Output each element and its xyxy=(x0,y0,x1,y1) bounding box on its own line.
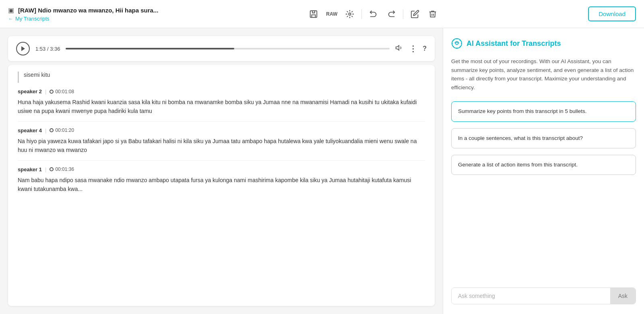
transcript-segment-3: speaker 1 | 00:01:36 Nam babu hapa ndipo… xyxy=(18,161,425,199)
toolbar-divider-1 xyxy=(361,9,362,19)
segment-text-2: Na hiyo pia yaweza kuwa tafakari japo si… xyxy=(18,137,425,155)
svg-marker-2 xyxy=(21,46,25,51)
header: ▣ [RAW] Ndio mwanzo wa mwanzo, Hii hapa … xyxy=(0,0,644,28)
speaker-name-1: speaker 2 xyxy=(18,88,42,94)
timestamp-3[interactable]: 00:01:36 xyxy=(50,166,74,172)
play-button[interactable] xyxy=(16,42,30,55)
progress-fill xyxy=(66,48,234,49)
ai-icon xyxy=(451,38,462,49)
speaker-name-2: speaker 4 xyxy=(18,127,42,133)
transcript-content-area: sisemi kitu speaker 2 | 00:01:08 Huna ha… xyxy=(0,65,443,314)
svg-point-5 xyxy=(456,42,458,45)
edit-button[interactable] xyxy=(407,7,423,21)
help-button[interactable]: ? xyxy=(423,45,427,52)
delete-button[interactable] xyxy=(425,7,440,21)
filter-button[interactable] xyxy=(342,7,357,21)
undo-button[interactable] xyxy=(366,7,381,21)
svg-point-1 xyxy=(349,13,351,15)
ai-panel: AI Assistant for Transcripts Get the mos… xyxy=(443,28,644,314)
audio-player: 1:53 / 3:36 ⋮ ? xyxy=(8,36,435,61)
document-icon: ▣ xyxy=(8,6,14,14)
ai-header: AI Assistant for Transcripts xyxy=(451,38,636,49)
ai-suggestion-1[interactable]: Summarize key points from this transcrip… xyxy=(451,101,636,121)
more-options-button[interactable]: ⋮ xyxy=(409,44,417,53)
ai-input-row: Ask xyxy=(451,287,636,304)
back-arrow-icon: ← xyxy=(8,16,13,22)
header-left: ▣ [RAW] Ndio mwanzo wa mwanzo, Hii hapa … xyxy=(8,6,158,22)
back-label: My Transcripts xyxy=(15,16,50,22)
ask-button[interactable]: Ask xyxy=(610,288,636,304)
speaker-row-1: speaker 2 | 00:01:08 xyxy=(18,88,425,94)
download-button[interactable]: Download xyxy=(588,6,636,21)
header-title-row: ▣ [RAW] Ndio mwanzo wa mwanzo, Hii hapa … xyxy=(8,6,158,14)
transcript-box: sisemi kitu speaker 2 | 00:01:08 Huna ha… xyxy=(8,65,435,306)
timestamp-dot-icon-3 xyxy=(50,167,54,171)
redo-button[interactable] xyxy=(384,7,399,21)
timestamp-2[interactable]: 00:01:20 xyxy=(50,127,74,133)
ask-input[interactable] xyxy=(452,288,610,304)
segment-text-3: Nam babu hapa ndipo sasa mwanake ndio mw… xyxy=(18,176,425,194)
page-title: [RAW] Ndio mwanzo wa mwanzo, Hii hapa su… xyxy=(18,7,158,14)
speaker-row-3: speaker 1 | 00:01:36 xyxy=(18,166,425,172)
toolbar: RAW xyxy=(306,7,440,21)
segment-text-1: Huna haja yakusema Rashid kwani kuanzia … xyxy=(18,98,425,116)
intro-segment: sisemi kitu xyxy=(18,72,425,83)
svg-rect-0 xyxy=(310,10,317,17)
transcript-segment-2: speaker 4 | 00:01:20 Na hiyo pia yaweza … xyxy=(18,122,425,161)
current-time: 1:53 / 3:36 xyxy=(35,46,60,52)
timestamp-dot-icon-1 xyxy=(50,90,54,94)
ai-suggestion-3[interactable]: Generate a list of action items from thi… xyxy=(451,155,636,175)
speaker-name-3: speaker 1 xyxy=(18,166,42,172)
timestamp-1[interactable]: 00:01:08 xyxy=(50,89,74,94)
timestamp-dot-icon-2 xyxy=(50,128,54,132)
save-button[interactable] xyxy=(306,7,321,21)
ai-description: Get the most out of your recordings. Wit… xyxy=(451,57,636,92)
ai-title: AI Assistant for Transcripts xyxy=(466,39,561,48)
back-link[interactable]: ← My Transcripts xyxy=(8,16,158,22)
intro-text: sisemi kitu xyxy=(24,72,50,78)
svg-marker-3 xyxy=(396,45,399,50)
volume-button[interactable] xyxy=(395,44,403,54)
ai-suggestion-2[interactable]: In a couple sentences, what is this tran… xyxy=(451,128,636,148)
raw-toggle[interactable]: RAW xyxy=(324,10,340,18)
transcript-panel: 1:53 / 3:36 ⋮ ? sisemi kitu xyxy=(0,28,443,314)
main-content: 1:53 / 3:36 ⋮ ? sisemi kitu xyxy=(0,28,644,314)
toolbar-divider-2 xyxy=(403,9,403,19)
transcript-segment-1: speaker 2 | 00:01:08 Huna haja yakusema … xyxy=(18,83,425,122)
progress-bar[interactable] xyxy=(66,48,390,49)
speaker-row-2: speaker 4 | 00:01:20 xyxy=(18,127,425,133)
